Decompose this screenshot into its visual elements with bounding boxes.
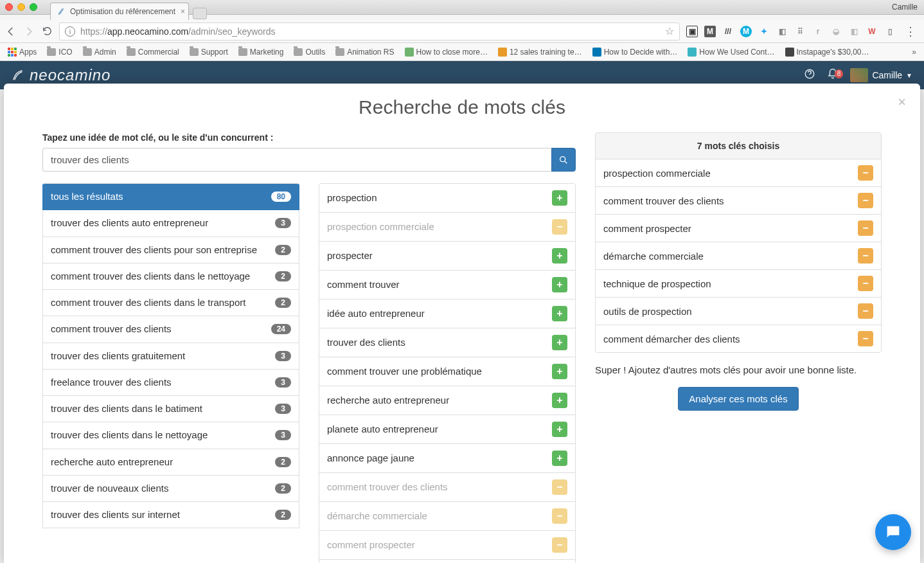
extension-icon[interactable]: ▯	[884, 26, 896, 37]
extension-icon[interactable]: W	[866, 26, 878, 37]
remove-chosen-button[interactable]: −	[858, 276, 873, 291]
bookmark-item[interactable]: How to Decide with…	[589, 46, 682, 58]
extension-icon[interactable]: r	[812, 26, 824, 37]
back-button[interactable]	[5, 26, 17, 37]
filter-item[interactable]: recherche auto entrepreneur2	[42, 449, 299, 476]
new-tab-button[interactable]	[193, 8, 207, 19]
filter-item[interactable]: comment trouver des clients pour son ent…	[42, 237, 299, 264]
bookmark-item[interactable]: Apps	[4, 46, 40, 58]
extension-icon[interactable]: M	[740, 26, 752, 37]
filter-item[interactable]: freelance trouver des clients3	[42, 370, 299, 396]
folder-icon	[238, 48, 247, 56]
apps-icon	[8, 48, 17, 57]
bookmarks-overflow-icon[interactable]: »	[908, 48, 920, 57]
add-keyword-button[interactable]: +	[552, 422, 567, 437]
extension-icon[interactable]: ◧	[848, 26, 860, 37]
extension-icon[interactable]: ◒	[830, 26, 842, 37]
bookmark-item[interactable]: 12 sales training te…	[494, 46, 586, 58]
bookmark-label: Marketing	[250, 48, 284, 57]
filter-item-count: 3	[275, 218, 291, 228]
remove-keyword-button[interactable]: −	[552, 219, 567, 235]
bookmark-item[interactable]: Admin	[79, 46, 120, 58]
extension-icon[interactable]: ◧	[776, 26, 788, 37]
url-path: /admin/seo_keywords	[188, 26, 275, 37]
filter-item[interactable]: trouver des clients auto entrepreneur3	[42, 210, 299, 237]
bookmark-item[interactable]: Instapage's $30,00…	[781, 46, 873, 58]
add-keyword-button[interactable]: +	[552, 248, 567, 264]
bookmark-item[interactable]: How to close more…	[401, 46, 492, 58]
bookmark-item[interactable]: ICO	[43, 46, 76, 58]
bookmark-item[interactable]: Marketing	[235, 46, 288, 58]
filter-item-count: 2	[275, 483, 291, 494]
chrome-menu-icon[interactable]: ⋮	[902, 24, 919, 39]
window-maximize[interactable]	[30, 3, 37, 11]
window-minimize[interactable]	[17, 3, 25, 11]
remove-keyword-button[interactable]: −	[552, 537, 567, 553]
add-keyword-button[interactable]: +	[552, 306, 567, 321]
extension-icon[interactable]: ///	[722, 26, 734, 37]
filter-item[interactable]: comment trouver des clients24	[42, 316, 299, 343]
keyword-search-input[interactable]	[42, 148, 551, 172]
bookmark-label: ICO	[58, 48, 72, 57]
bookmark-item[interactable]: How We Used Cont…	[684, 46, 778, 58]
filter-item-label: recherche auto entrepreneur	[51, 456, 275, 469]
site-info-icon[interactable]: i	[65, 26, 75, 37]
bookmark-item[interactable]: Support	[186, 46, 232, 58]
filter-item-count: 80	[271, 192, 291, 202]
avatar	[850, 68, 868, 82]
add-keyword-button[interactable]: +	[552, 190, 567, 206]
bookmark-item[interactable]: Commercial	[123, 46, 183, 58]
search-button[interactable]	[551, 148, 576, 172]
remove-chosen-button[interactable]: −	[858, 303, 873, 319]
extension-icon[interactable]: ✦	[758, 26, 770, 37]
extension-icon[interactable]: M	[704, 26, 716, 37]
remove-chosen-button[interactable]: −	[858, 331, 873, 346]
filter-item[interactable]: trouver des clients gratuitement3	[42, 343, 299, 370]
forward-button[interactable]	[23, 26, 35, 37]
suggestion-item-label: prospection	[327, 192, 552, 204]
add-keyword-button[interactable]: +	[552, 393, 567, 408]
bookmark-item[interactable]: Outils	[290, 46, 329, 58]
window-close[interactable]	[5, 3, 13, 11]
bookmark-item[interactable]: Animation RS	[332, 46, 398, 58]
add-keyword-button[interactable]: +	[552, 364, 567, 379]
bookmarks-bar: AppsICOAdminCommercialSupportMarketingOu…	[0, 43, 924, 61]
analyze-button[interactable]: Analyser ces mots clés	[678, 387, 798, 411]
tab-close-icon[interactable]: ×	[181, 7, 185, 16]
add-keyword-button[interactable]: +	[552, 335, 567, 350]
filter-item-label: trouver de nouveaux clients	[51, 482, 275, 495]
filter-item[interactable]: tous les résultats80	[42, 183, 299, 210]
help-icon[interactable]	[804, 68, 815, 82]
remove-chosen-button[interactable]: −	[858, 220, 873, 236]
filter-item-count: 2	[275, 271, 291, 282]
bookmark-star-icon[interactable]: ☆	[665, 25, 674, 37]
remove-chosen-button[interactable]: −	[858, 193, 873, 208]
filter-item[interactable]: comment trouver des clients dans le nett…	[42, 264, 299, 290]
add-keyword-button[interactable]: +	[552, 451, 567, 466]
intercom-launcher[interactable]	[875, 514, 911, 550]
remove-chosen-button[interactable]: −	[858, 165, 873, 181]
tab-title: Optimisation du référencement	[70, 7, 175, 16]
notifications-icon[interactable]: 8	[827, 68, 839, 82]
reload-button[interactable]	[41, 26, 53, 37]
brand-logo[interactable]: neocamino	[12, 66, 111, 84]
filter-item[interactable]: trouver des clients dans le batiment3	[42, 396, 299, 422]
modal-close-icon[interactable]: ×	[898, 94, 906, 111]
filter-item[interactable]: comment trouver des clients dans le tran…	[42, 290, 299, 316]
user-menu[interactable]: Camille ▼	[850, 68, 912, 82]
filter-item[interactable]: trouver de nouveaux clients2	[42, 476, 299, 502]
browser-tab[interactable]: Optimisation du référencement ×	[50, 3, 189, 20]
extension-icon[interactable]: ⠿	[794, 26, 806, 37]
suggestion-item: annonce page jaune+	[319, 444, 576, 473]
suggestion-item-label: trouver des clients	[327, 336, 552, 349]
remove-chosen-button[interactable]: −	[858, 248, 873, 264]
address-bar[interactable]: i https://app.neocamino.com/admin/seo_ke…	[59, 22, 680, 40]
filter-item[interactable]: trouver des clients dans le nettoyage3	[42, 422, 299, 449]
extension-icon[interactable]: ▣	[686, 26, 698, 37]
remove-keyword-button[interactable]: −	[552, 479, 567, 495]
filter-item-count: 2	[275, 245, 291, 255]
suggestion-item-label: prospecter	[327, 249, 552, 262]
filter-item[interactable]: trouver des clients sur internet2	[42, 502, 299, 528]
remove-keyword-button[interactable]: −	[552, 508, 567, 524]
add-keyword-button[interactable]: +	[552, 277, 567, 292]
